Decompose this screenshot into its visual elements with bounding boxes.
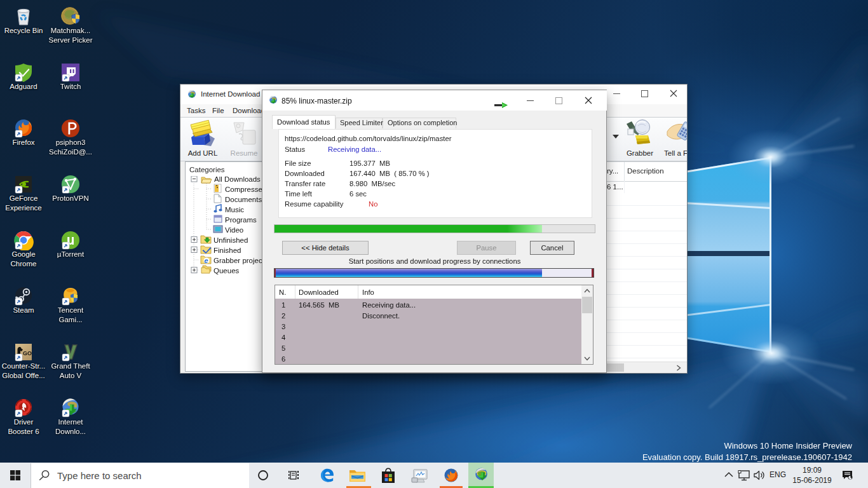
svg-text:Programs: Programs	[225, 216, 257, 224]
svg-text:Unfinished: Unfinished	[214, 236, 248, 244]
svg-text:Queues: Queues	[214, 267, 240, 274]
svg-text:e: e	[205, 257, 208, 264]
svg-text:Finished: Finished	[214, 247, 241, 254]
svg-text:Compressed: Compressed	[225, 186, 266, 193]
svg-text:Grabber projects: Grabber projects	[214, 257, 266, 264]
svg-text:Video: Video	[225, 226, 243, 234]
svg-text:Music: Music	[225, 206, 244, 214]
svg-text:Documents: Documents	[225, 196, 262, 203]
svg-text:All Downloads: All Downloads	[214, 176, 261, 183]
svg-text:GO: GO	[23, 350, 32, 356]
